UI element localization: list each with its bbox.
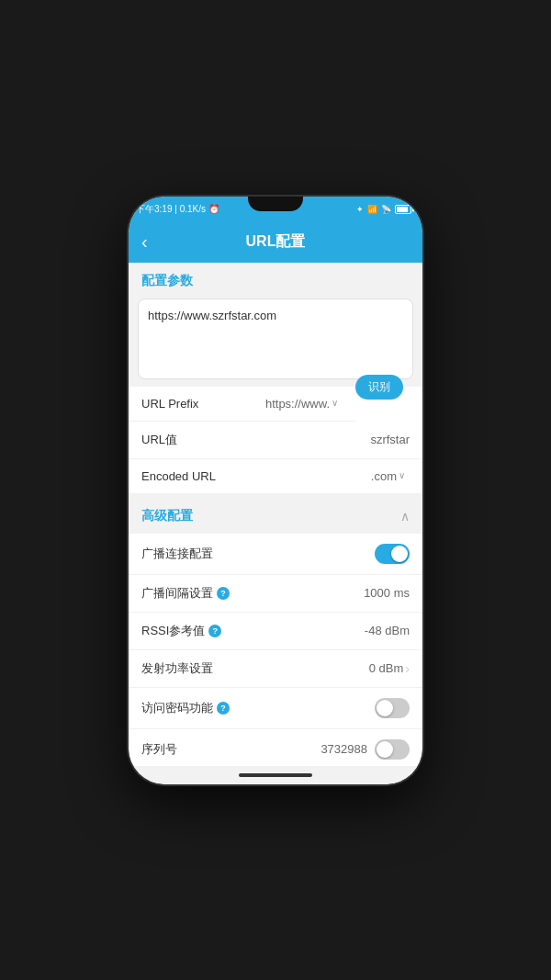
advanced-section-title: 高级配置 xyxy=(141,508,193,524)
back-button[interactable]: ‹ xyxy=(141,231,148,253)
url-value-value: szrfstar xyxy=(370,433,410,446)
access-password-help-icon: ? xyxy=(217,702,230,715)
tx-power-label: 发射功率设置 xyxy=(141,660,213,677)
tx-power-item[interactable]: 发射功率设置 0 dBm › xyxy=(129,650,422,688)
url-value-item[interactable]: URL值 szrfstar xyxy=(129,422,422,459)
broadcast-connect-item[interactable]: 广播连接配置 xyxy=(129,534,422,575)
rssi-value: -48 dBm xyxy=(365,624,410,637)
url-input-value[interactable]: https://www.szrfstar.com xyxy=(148,309,403,364)
home-bar xyxy=(239,773,312,777)
encoded-url-label: Encoded URL xyxy=(141,469,216,483)
bluetooth-icon: ✦ xyxy=(356,205,364,214)
config-section-header: 配置参数 xyxy=(129,263,422,295)
broadcast-connect-toggle[interactable] xyxy=(375,544,410,564)
rssi-label: RSSI参考值 ? xyxy=(141,623,221,639)
encoded-url-dropdown-icon: ∨ xyxy=(399,470,410,481)
phone-shell: 下午3:19 | 0.1K/s ⏰ ✦ 📶 📡 ‹ URL配置 配置参数 xyxy=(129,197,422,784)
access-password-label: 访问密码功能 ? xyxy=(141,700,230,716)
phone-screen: 下午3:19 | 0.1K/s ⏰ ✦ 📶 📡 ‹ URL配置 配置参数 xyxy=(129,197,422,784)
notch xyxy=(248,197,303,211)
access-password-knob xyxy=(377,700,393,716)
broadcast-interval-label: 广播间隔设置 ? xyxy=(141,585,230,602)
advanced-settings-list: 广播连接配置 广播间隔设置 ? 1000 ms RSSI参考 xyxy=(129,534,422,766)
tx-power-value: 0 dBm › xyxy=(369,661,410,676)
wifi-icon: 📡 xyxy=(381,205,391,214)
url-prefix-item[interactable]: URL Prefix https://www. ∨ xyxy=(129,387,355,422)
content-area: 配置参数 https://www.szrfstar.com 识别 URL Pre… xyxy=(129,263,422,766)
home-indicator xyxy=(129,766,422,784)
advanced-section-header[interactable]: 高级配置 ∧ xyxy=(129,499,422,534)
advanced-chevron-icon: ∧ xyxy=(400,509,410,524)
rssi-item[interactable]: RSSI参考值 ? -48 dBm xyxy=(129,613,422,650)
identify-button[interactable]: 识别 xyxy=(355,375,403,400)
broadcast-interval-value: 1000 ms xyxy=(364,586,410,600)
status-bar: 下午3:19 | 0.1K/s ⏰ ✦ 📶 📡 xyxy=(129,197,422,222)
serial-number-item[interactable]: 序列号 3732988 xyxy=(129,729,422,766)
broadcast-connect-knob xyxy=(391,546,408,562)
encoded-url-item[interactable]: Encoded URL .com ∨ xyxy=(129,459,422,493)
serial-number-knob xyxy=(377,741,393,758)
battery-icon xyxy=(395,205,411,214)
serial-number-label: 序列号 xyxy=(141,741,177,758)
serial-number-value: 3732988 xyxy=(320,739,410,760)
url-value-label: URL值 xyxy=(141,432,177,448)
app-header: ‹ URL配置 xyxy=(129,222,422,263)
status-time: 下午3:19 | 0.1K/s ⏰ xyxy=(136,203,219,216)
serial-number-toggle[interactable] xyxy=(375,739,410,760)
broadcast-interval-item[interactable]: 广播间隔设置 ? 1000 ms xyxy=(129,575,422,613)
access-password-toggle[interactable] xyxy=(375,698,410,718)
access-password-item[interactable]: 访问密码功能 ? xyxy=(129,688,422,729)
page-title: URL配置 xyxy=(246,232,306,252)
broadcast-interval-help-icon: ? xyxy=(217,587,230,600)
signal-icon: 📶 xyxy=(367,205,377,214)
url-prefix-value: https://www. ∨ xyxy=(265,397,343,411)
url-prefix-label: URL Prefix xyxy=(141,397,198,411)
config-section-title: 配置参数 xyxy=(141,273,193,287)
url-prefix-dropdown-icon: ∨ xyxy=(332,398,343,409)
tx-power-chevron-icon: › xyxy=(405,661,410,676)
url-input-card[interactable]: https://www.szrfstar.com 识别 xyxy=(138,299,413,379)
encoded-url-value: .com ∨ xyxy=(371,469,410,483)
status-icons: ✦ 📶 📡 xyxy=(356,205,411,214)
rssi-help-icon: ? xyxy=(208,625,221,637)
url-settings-list: URL Prefix https://www. ∨ URL值 szrfstar … xyxy=(129,387,422,493)
broadcast-connect-label: 广播连接配置 xyxy=(141,546,213,562)
